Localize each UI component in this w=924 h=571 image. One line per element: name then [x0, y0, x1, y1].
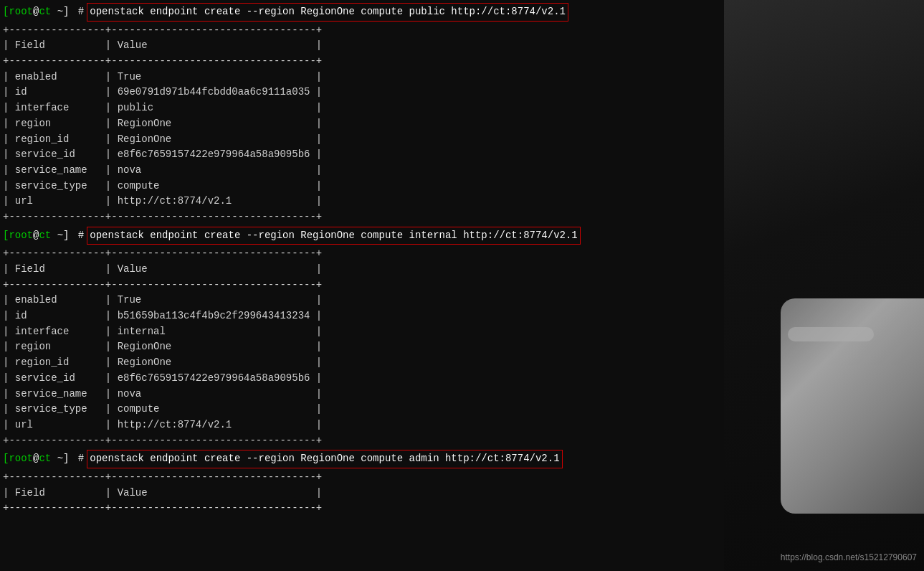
- table-row-1-1: | id | 69e0791d971b44fcbdd0aa6c9111a035 …: [0, 85, 724, 100]
- table-header-1: | Field | Value |: [0, 38, 724, 54]
- table-div-2: +----------------+----------------------…: [0, 278, 724, 293]
- sidebar-panel: https://blog.csdn.net/s15212790607: [724, 0, 924, 571]
- table-row-2-4: | region_id | RegionOne |: [0, 355, 724, 371]
- table-row-1-6: | service_name | nova |: [0, 163, 724, 179]
- table-row-2-3: | region | RegionOne |: [0, 339, 724, 355]
- prompt-user-2: [root: [3, 228, 33, 244]
- table-row-2-6: | service_name | nova |: [0, 387, 724, 402]
- table-sep-1a: +----------------+----------------------…: [0, 23, 724, 39]
- table-row-1-5: | service_id | e8f6c7659157422e979964a58…: [0, 147, 724, 163]
- table-row-1-7: | service_type | compute |: [0, 179, 724, 194]
- table-row-1-4: | region_id | RegionOne |: [0, 132, 724, 148]
- table-footer-1: +----------------+----------------------…: [0, 209, 724, 225]
- prompt-line-1: [root@ct ~] # openstack endpoint create …: [0, 1, 724, 23]
- terminal-area: [root@ct ~] # openstack endpoint create …: [0, 0, 724, 571]
- command-3: openstack endpoint create --region Regio…: [87, 450, 562, 468]
- table-row-1-2: | interface | public |: [0, 100, 724, 116]
- table-row-1-3: | region | RegionOne |: [0, 116, 724, 132]
- prompt-line-2: [root@ct ~] # openstack endpoint create …: [0, 225, 724, 247]
- table-header-2: | Field | Value |: [0, 262, 724, 278]
- prompt-user-1: [root: [3, 4, 33, 20]
- wrist-image: [781, 298, 924, 514]
- table-div-1: +----------------+----------------------…: [0, 54, 724, 70]
- table-row-2-8: | url | http://ct:8774/v2.1 |: [0, 417, 724, 433]
- table-row-2-0: | enabled | True |: [0, 293, 724, 308]
- table-row-1-8: | url | http://ct:8774/v2.1 |: [0, 194, 724, 209]
- table-footer-2: +----------------+----------------------…: [0, 433, 724, 449]
- command-2: openstack endpoint create --region Regio…: [87, 227, 581, 245]
- command-1: openstack endpoint create --region Regio…: [87, 3, 568, 22]
- table-row-2-2: | interface | internal |: [0, 324, 724, 340]
- watermark: https://blog.csdn.net/s15212790607: [781, 552, 917, 562]
- table-row-2-5: | service_id | e8f6c7659157422e979964a58…: [0, 371, 724, 387]
- table-div-3: +----------------+----------------------…: [0, 501, 724, 516]
- table-row-1-0: | enabled | True |: [0, 70, 724, 85]
- prompt-line-3: [root@ct ~] # openstack endpoint create …: [0, 448, 724, 470]
- table-header-3: | Field | Value |: [0, 486, 724, 501]
- table-row-2-7: | service_type | compute |: [0, 402, 724, 417]
- table-sep-2a: +----------------+----------------------…: [0, 246, 724, 262]
- table-row-2-1: | id | b51659ba113c4f4b9c2f299643413234 …: [0, 308, 724, 324]
- prompt-user-3: [root: [3, 451, 33, 467]
- table-sep-3a: +----------------+----------------------…: [0, 470, 724, 486]
- terminal-content: [root@ct ~] # openstack endpoint create …: [0, 0, 724, 518]
